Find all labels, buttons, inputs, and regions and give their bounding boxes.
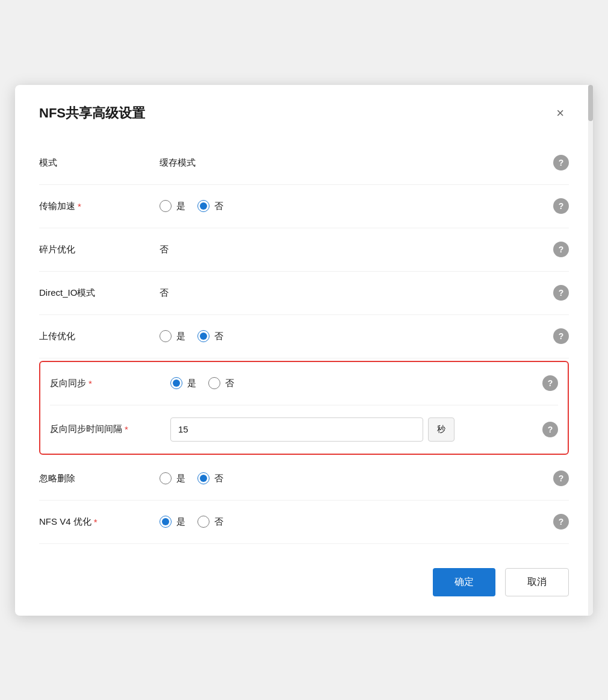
label-transfer-acceleration: 传输加速 *: [39, 201, 160, 212]
confirm-button[interactable]: 确定: [433, 568, 495, 596]
scrollbar-thumb[interactable]: [588, 85, 593, 121]
radio-group-reverse-sync: 是 否: [170, 377, 234, 389]
radio-input-transfer-no[interactable]: [197, 200, 209, 212]
label-fragment-optimization: 碎片优化: [39, 244, 160, 255]
content-fragment-optimization: 否 ?: [160, 242, 569, 257]
label-upload-optimization: 上传优化: [39, 331, 160, 342]
help-icon-mode[interactable]: ?: [553, 155, 569, 170]
radio-ignore-delete-no[interactable]: 否: [197, 472, 223, 484]
unit-label-seconds: 秒: [428, 417, 454, 442]
help-icon-upload[interactable]: ?: [553, 328, 569, 344]
label-mode: 模式: [39, 157, 160, 169]
radio-input-transfer-yes[interactable]: [160, 200, 172, 212]
help-icon-reverse-sync-interval[interactable]: ?: [542, 422, 558, 437]
label-direct-io: Direct_IO模式: [39, 287, 160, 299]
content-transfer-acceleration: 是 否 ?: [160, 198, 569, 214]
dialog-header: NFS共享高级设置 ×: [39, 104, 569, 122]
radio-reverse-sync-no[interactable]: 否: [208, 377, 234, 389]
radio-upload-yes[interactable]: 是: [160, 330, 185, 342]
radio-reverse-sync-yes[interactable]: 是: [170, 377, 196, 389]
value-fragment-optimization: 否: [160, 244, 169, 255]
radio-input-upload-yes[interactable]: [160, 330, 172, 342]
row-nfs-v4-optimization: NFS V4 优化 * 是 否 ?: [39, 501, 569, 544]
help-icon-direct-io[interactable]: ?: [553, 285, 569, 301]
required-star-reverse-sync: *: [88, 378, 92, 389]
row-ignore-delete: 忽略删除 是 否 ?: [39, 457, 569, 501]
radio-nfs-v4-yes[interactable]: 是: [160, 516, 185, 528]
label-reverse-sync-interval: 反向同步时间间隔 *: [50, 423, 170, 435]
radio-input-ignore-delete-yes[interactable]: [160, 472, 172, 484]
radio-input-reverse-sync-yes[interactable]: [170, 377, 182, 389]
dialog-footer: 确定 取消: [39, 563, 569, 596]
radio-input-ignore-delete-no[interactable]: [197, 472, 209, 484]
radio-group-nfs-v4-optimization: 是 否: [160, 516, 223, 528]
row-transfer-acceleration: 传输加速 * 是 否 ?: [39, 185, 569, 228]
number-input-wrapper: 秒: [170, 417, 454, 442]
radio-input-nfs-v4-no[interactable]: [197, 516, 209, 528]
value-direct-io: 否: [160, 287, 169, 299]
help-icon-ignore-delete[interactable]: ?: [553, 470, 569, 486]
label-ignore-delete: 忽略删除: [39, 473, 160, 484]
close-button[interactable]: ×: [551, 104, 569, 122]
content-upload-optimization: 是 否 ?: [160, 328, 569, 344]
row-upload-optimization: 上传优化 是 否 ?: [39, 315, 569, 358]
radio-input-nfs-v4-yes[interactable]: [160, 516, 172, 528]
reverse-sync-interval-input[interactable]: [170, 417, 423, 442]
required-star-reverse-sync-interval: *: [125, 424, 128, 434]
help-icon-reverse-sync[interactable]: ?: [542, 375, 558, 391]
content-reverse-sync-interval: 秒 ?: [170, 417, 558, 442]
help-icon-nfs-v4[interactable]: ?: [553, 514, 569, 530]
radio-input-reverse-sync-no[interactable]: [208, 377, 220, 389]
radio-group-upload-optimization: 是 否: [160, 330, 223, 342]
content-ignore-delete: 是 否 ?: [160, 470, 569, 486]
radio-input-upload-no[interactable]: [197, 330, 209, 342]
scrollbar-track[interactable]: [588, 85, 593, 616]
highlighted-section: 反向同步 * 是 否 ? 反向同步时间间: [39, 361, 569, 455]
row-reverse-sync: 反向同步 * 是 否 ?: [50, 362, 558, 405]
content-reverse-sync: 是 否 ?: [170, 375, 558, 391]
radio-upload-no[interactable]: 否: [197, 330, 223, 342]
required-star-nfs-v4: *: [94, 517, 98, 527]
row-reverse-sync-interval: 反向同步时间间隔 * 秒 ?: [50, 405, 558, 454]
label-reverse-sync: 反向同步 *: [50, 378, 170, 389]
row-mode: 模式 缓存模式 ?: [39, 142, 569, 185]
content-nfs-v4-optimization: 是 否 ?: [160, 514, 569, 530]
radio-transfer-no[interactable]: 否: [197, 200, 223, 212]
nfs-advanced-settings-dialog: NFS共享高级设置 × 模式 缓存模式 ? 传输加速 * 是 否: [15, 85, 593, 616]
help-icon-fragment[interactable]: ?: [553, 242, 569, 257]
radio-ignore-delete-yes[interactable]: 是: [160, 472, 185, 484]
content-direct-io: 否 ?: [160, 285, 569, 301]
content-mode: 缓存模式 ?: [160, 155, 569, 170]
radio-nfs-v4-no[interactable]: 否: [197, 516, 223, 528]
help-icon-transfer[interactable]: ?: [553, 198, 569, 214]
row-fragment-optimization: 碎片优化 否 ?: [39, 228, 569, 272]
label-nfs-v4-optimization: NFS V4 优化 *: [39, 516, 160, 528]
row-direct-io: Direct_IO模式 否 ?: [39, 272, 569, 315]
cancel-button[interactable]: 取消: [505, 568, 569, 596]
radio-group-transfer-acceleration: 是 否: [160, 200, 223, 212]
radio-transfer-yes[interactable]: 是: [160, 200, 185, 212]
radio-group-ignore-delete: 是 否: [160, 472, 223, 484]
required-star-transfer: *: [78, 201, 81, 211]
dialog-title: NFS共享高级设置: [39, 104, 145, 122]
value-mode: 缓存模式: [160, 157, 196, 169]
